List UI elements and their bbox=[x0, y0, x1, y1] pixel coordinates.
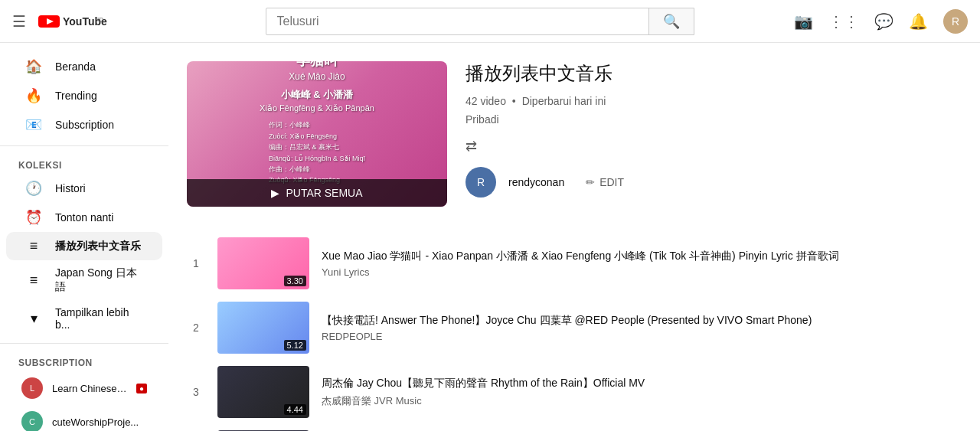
sidebar-item-japan-song[interactable]: ≡ Japan Song 日本語 bbox=[6, 260, 162, 300]
playlist-dot: • bbox=[512, 95, 519, 107]
topnav: ☰ YouTube ID 🔍 📷 ⋮⋮ 💬 🔔 R bbox=[0, 0, 980, 43]
edit-label: EDIT bbox=[599, 176, 624, 188]
sub-name-cute-worship: cuteWorshipProje... bbox=[52, 416, 147, 428]
topnav-center: 🔍 bbox=[178, 8, 782, 35]
apps-icon[interactable]: ⋮⋮ bbox=[828, 12, 859, 31]
sub-item-cute-worship[interactable]: C cuteWorshipProje... bbox=[6, 405, 162, 431]
chat-icon[interactable]: 💬 bbox=[874, 12, 893, 31]
video-thumb: 3.30 bbox=[217, 237, 309, 289]
sub-avatar-learn-chinese: L bbox=[21, 377, 43, 399]
video-item-3[interactable]: 3 4.44 周杰倫 Jay Chou【聽見下雨的聲音 Rhythm of th… bbox=[187, 360, 962, 424]
sub-name-learn-chinese: Learn Chinese ... bbox=[52, 383, 127, 394]
search-input[interactable] bbox=[266, 10, 648, 33]
playlist-header: 学猫叫 Xué Māo Jiào 小峰峰 & 小潘潘 Xiǎo Fēngfēng… bbox=[187, 61, 962, 207]
edit-button[interactable]: ✏ EDIT bbox=[577, 171, 633, 193]
main-layout: 🏠 Beranda 🔥 Trending 📧 Subscription KOLE… bbox=[0, 43, 980, 431]
video-channel: REDPEOPLE bbox=[322, 331, 962, 342]
video-title: 【快接電話! Answer The Phone!】Joyce Chu 四葉草 @… bbox=[322, 313, 962, 328]
sidebar-divider-2 bbox=[0, 343, 168, 344]
video-duration: 5.12 bbox=[284, 340, 306, 351]
video-details: 【快接電話! Answer The Phone!】Joyce Chu 四葉草 @… bbox=[322, 313, 962, 343]
video-thumb: 5.12 bbox=[217, 302, 309, 354]
video-camera-icon[interactable]: 📷 bbox=[794, 12, 813, 31]
playlist-meta: 42 video • Diperbarui hari ini bbox=[466, 95, 962, 107]
sidebar-item-trending[interactable]: 🔥 Trending bbox=[6, 81, 162, 110]
sidebar-item-histori[interactable]: 🕐 Histori bbox=[6, 174, 162, 203]
sidebar-label-subscription: Subscription bbox=[55, 119, 114, 131]
search-bar: 🔍 bbox=[266, 8, 694, 35]
video-details: 周杰倫 Jay Chou【聽見下雨的聲音 Rhythm of the Rain】… bbox=[322, 376, 962, 408]
video-list: 1 3.30 Xue Mao Jiao 学猫叫 - Xiao Panpan 小潘… bbox=[187, 231, 962, 431]
edit-icon: ✏ bbox=[586, 176, 595, 188]
video-duration: 4.44 bbox=[284, 404, 306, 415]
play-all-label: PUTAR SEMUA bbox=[286, 187, 362, 199]
sidebar-label-tampilkan: Tampilkan lebih b... bbox=[55, 306, 144, 331]
play-all-icon: ▶ bbox=[271, 187, 279, 199]
sidebar-label-beranda: Beranda bbox=[55, 60, 96, 73]
sub-item-learn-chinese[interactable]: L Learn Chinese ... ● bbox=[6, 371, 162, 405]
video-details: Xue Mao Jiao 学猫叫 - Xiao Panpan 小潘潘 & Xia… bbox=[322, 249, 962, 279]
thumb-artists-pinyin: Xiǎo Fēngfēng & Xiǎo Pānpān bbox=[260, 103, 374, 113]
live-badge: ● bbox=[136, 384, 147, 393]
subscription-section-label: SUBSCRIPTION bbox=[0, 350, 168, 371]
sidebar-label-histori: Histori bbox=[55, 182, 86, 194]
play-all-button[interactable]: ▶ PUTAR SEMUA bbox=[187, 179, 447, 207]
sidebar-item-tonton-nanti[interactable]: ⏰ Tonton nanti bbox=[6, 203, 162, 232]
chevron-down-icon: ▾ bbox=[24, 310, 43, 327]
topnav-left: ☰ YouTube ID bbox=[12, 12, 165, 31]
video-item-2[interactable]: 2 5.12 【快接電話! Answer The Phone!】Joyce Ch… bbox=[187, 295, 962, 360]
sidebar-item-tampilkan[interactable]: ▾ Tampilkan lebih b... bbox=[6, 300, 162, 337]
video-item-4[interactable]: 4 4.33 周杰倫 Jay Chou【聽爸爸的話 Listen to Dad】… bbox=[187, 424, 962, 431]
trending-icon: 🔥 bbox=[24, 87, 43, 104]
search-button[interactable]: 🔍 bbox=[648, 8, 694, 34]
playlist-video-count: 42 video bbox=[466, 95, 506, 107]
sidebar-item-subscription[interactable]: 📧 Subscription bbox=[6, 110, 162, 139]
koleksi-section-label: KOLEKSI bbox=[0, 152, 168, 174]
youtube-logo[interactable]: YouTube ID bbox=[38, 14, 107, 29]
playlist-owner-row: R rendyconan ✏ EDIT bbox=[466, 167, 962, 198]
shuffle-icon[interactable]: ⇄ bbox=[466, 139, 477, 154]
playlist-info: 播放列表中文音乐 42 video • Diperbarui hari ini … bbox=[466, 61, 962, 207]
thumb-cn-title: 学猫叫 bbox=[296, 61, 338, 70]
video-channel: Yuni Lyrics bbox=[322, 266, 962, 278]
owner-name: rendyconan bbox=[508, 176, 564, 188]
playlist-cn-icon: ≡ bbox=[24, 238, 43, 254]
video-num: 3 bbox=[187, 386, 205, 398]
thumb-artists-cn: 小峰峰 & 小潘潘 bbox=[281, 88, 354, 102]
sidebar-label-trending: Trending bbox=[55, 90, 97, 102]
video-channel: 杰威爾音樂 JVR Music bbox=[322, 394, 962, 408]
playlist-updated: Diperbarui hari ini bbox=[522, 95, 606, 107]
video-duration: 3.30 bbox=[284, 276, 306, 286]
sidebar-label-japan: Japan Song 日本語 bbox=[55, 266, 144, 294]
sidebar-label-tonton: Tonton nanti bbox=[55, 211, 113, 224]
sidebar-item-playlist-cn[interactable]: ≡ 播放列表中文音乐 bbox=[6, 232, 162, 260]
histori-icon: 🕐 bbox=[24, 180, 43, 197]
video-num: 1 bbox=[187, 257, 205, 269]
user-avatar[interactable]: R bbox=[943, 9, 968, 34]
playlist-privacy: Pribadi bbox=[466, 113, 962, 126]
svg-text:ID: ID bbox=[97, 16, 103, 23]
video-item-1[interactable]: 1 3.30 Xue Mao Jiao 学猫叫 - Xiao Panpan 小潘… bbox=[187, 231, 962, 295]
playlist-shuffle: ⇄ bbox=[466, 138, 962, 155]
sub-avatar-cute-worship: C bbox=[21, 411, 43, 431]
video-thumb: 4.44 bbox=[217, 366, 309, 418]
sidebar-label-playlist-cn: 播放列表中文音乐 bbox=[55, 240, 141, 253]
topnav-right: 📷 ⋮⋮ 💬 🔔 R bbox=[794, 9, 968, 34]
main-content: 学猫叫 Xué Māo Jiào 小峰峰 & 小潘潘 Xiǎo Fēngfēng… bbox=[168, 43, 980, 431]
playlist-title: 播放列表中文音乐 bbox=[466, 61, 962, 86]
playlist-thumbnail: 学猫叫 Xué Māo Jiào 小峰峰 & 小潘潘 Xiǎo Fēngfēng… bbox=[187, 61, 447, 207]
thumb-cn-pinyin: Xué Māo Jiào bbox=[289, 71, 345, 82]
sidebar-divider-1 bbox=[0, 145, 168, 146]
video-title: 周杰倫 Jay Chou【聽見下雨的聲音 Rhythm of the Rain】… bbox=[322, 376, 962, 391]
video-title: Xue Mao Jiao 学猫叫 - Xiao Panpan 小潘潘 & Xia… bbox=[322, 249, 962, 264]
tonton-icon: ⏰ bbox=[24, 209, 43, 226]
japan-song-icon: ≡ bbox=[24, 273, 43, 289]
hamburger-icon[interactable]: ☰ bbox=[12, 12, 26, 31]
bell-icon[interactable]: 🔔 bbox=[909, 12, 928, 31]
owner-avatar: R bbox=[466, 167, 496, 198]
subscription-icon: 📧 bbox=[24, 116, 43, 133]
sidebar: 🏠 Beranda 🔥 Trending 📧 Subscription KOLE… bbox=[0, 43, 168, 431]
home-icon: 🏠 bbox=[24, 58, 43, 75]
sidebar-item-beranda[interactable]: 🏠 Beranda bbox=[6, 52, 162, 81]
thumb-credits: 作词：小峰峰Zuòcí: Xiǎo Fēngsēng 编曲：吕宏斌 & 裹米七B… bbox=[269, 119, 365, 185]
